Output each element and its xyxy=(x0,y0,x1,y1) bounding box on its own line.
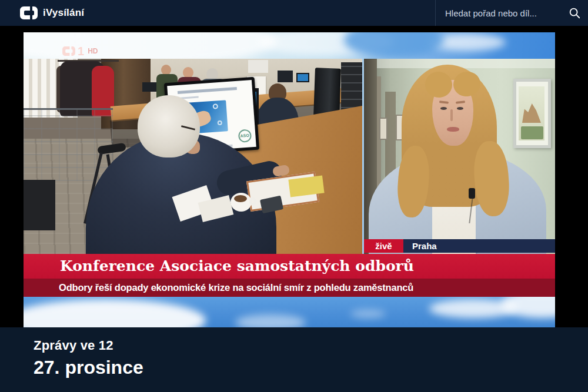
top-navigation-bar: iVysílání xyxy=(0,0,588,26)
ivysilani-page: iVysílání 1 HD xyxy=(0,0,588,392)
background-person-head xyxy=(206,68,218,80)
studio-backdrop-sea xyxy=(344,32,444,58)
wall-sign xyxy=(248,60,268,73)
watermark-channel-number: 1 xyxy=(78,45,84,57)
laptop xyxy=(278,71,293,82)
live-video-frame[interactable]: 1 HD xyxy=(24,32,555,327)
home-brand-link[interactable]: iVysílání xyxy=(0,6,84,19)
program-info: Zprávy ve 12 27. prosince xyxy=(0,327,588,392)
small-framed-picture xyxy=(379,118,387,140)
lips xyxy=(447,127,459,132)
coffee xyxy=(234,195,247,202)
watermark-hd-label: HD xyxy=(88,48,98,55)
lower-third-banner: Konference Asociace samostatných odborů … xyxy=(24,254,555,297)
eye xyxy=(457,107,463,110)
flight-case xyxy=(24,180,55,230)
framed-picture xyxy=(513,79,551,148)
show-title: Zprávy ve 12 xyxy=(0,327,588,353)
reporter-scene xyxy=(364,59,555,254)
aso-logo: ASO xyxy=(238,129,252,142)
location-label: Praha xyxy=(403,239,555,253)
conference-room-scene: ASO xyxy=(24,59,362,254)
picture-greenery xyxy=(521,126,543,139)
video-player-area: 1 HD xyxy=(0,26,588,327)
slide-circuit-node xyxy=(217,120,222,126)
nose xyxy=(450,109,453,121)
ct-logo-icon xyxy=(20,6,38,19)
map-cloud xyxy=(501,297,555,318)
flight-cases xyxy=(24,108,113,181)
laptop xyxy=(142,82,156,92)
search-input[interactable] xyxy=(445,8,564,18)
slide-circuit-node xyxy=(213,103,219,109)
episode-title: 27. prosince xyxy=(0,353,588,378)
banner-headline: Konference Asociace samostatných odborů xyxy=(24,254,555,279)
mug-handle xyxy=(249,197,256,206)
presenter-gray-hair xyxy=(138,95,200,158)
map-cloud xyxy=(235,314,306,327)
brand-label: iVysílání xyxy=(43,7,84,19)
eye xyxy=(440,107,447,110)
live-location-bar: živě Praha xyxy=(364,239,555,253)
laptop-screen xyxy=(296,73,309,82)
map-cloud xyxy=(24,299,206,327)
search-icon[interactable] xyxy=(568,6,581,19)
studio-floor-map xyxy=(24,297,555,327)
banner-subheadline: Odbory řeší dopady ekonomické krize na s… xyxy=(24,279,555,297)
map-cloud xyxy=(350,310,386,318)
search-box[interactable] xyxy=(435,0,588,26)
ct-watermark-logo-icon xyxy=(62,46,75,56)
slide-title-line xyxy=(178,87,237,94)
channel-watermark: 1 HD xyxy=(62,45,98,57)
live-badge: živě xyxy=(364,239,403,253)
